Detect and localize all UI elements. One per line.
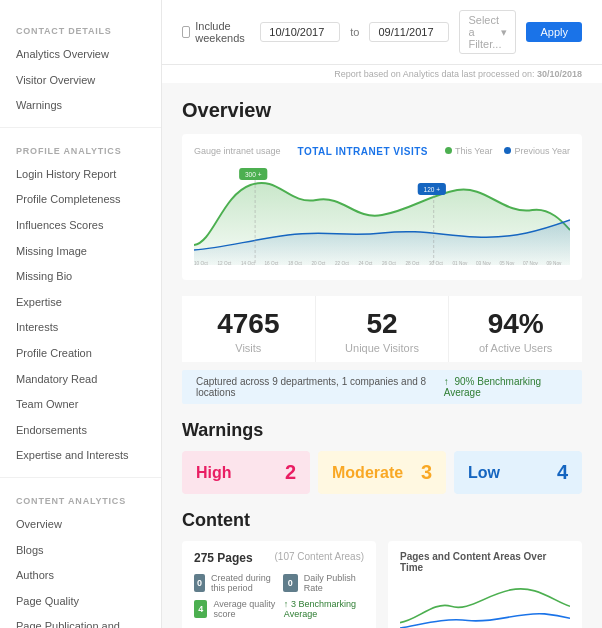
svg-text:10 Oct: 10 Oct <box>194 261 208 265</box>
sidebar-item-profile-completeness[interactable]: Profile Completeness <box>0 187 161 213</box>
sidebar-item-analytics-overview[interactable]: Analytics Overview <box>0 42 161 68</box>
to-label: to <box>350 26 359 38</box>
svg-text:26 Oct: 26 Oct <box>382 261 396 265</box>
stat-active-label: of Active Users <box>457 342 574 354</box>
intranet-visits-chart: Gauge intranet usage TOTAL INTRANET VISI… <box>182 134 582 280</box>
include-weekends-checkbox[interactable] <box>182 26 190 38</box>
top-bar: Include weekends to Select a Filter... ▾… <box>162 0 602 65</box>
sidebar-section-content: CONTENT ANALYTICS Overview Blogs Authors… <box>0 486 161 628</box>
date-from-input[interactable] <box>260 22 340 42</box>
warnings-section: Warnings High 2 Moderate 3 Low 4 <box>182 420 582 494</box>
legend-this-year: This Year <box>455 146 493 156</box>
sidebar-item-expertise-interests[interactable]: Expertise and Interests <box>0 443 161 469</box>
content-section: Content 275 Pages (107 Content Areas) 0 … <box>182 510 582 628</box>
svg-text:14 Oct: 14 Oct <box>241 261 255 265</box>
sidebar-item-influences-scores[interactable]: Influences Scores <box>0 213 161 239</box>
sidebar-section-title-profile: PROFILE ANALYTICS <box>0 136 161 162</box>
pages-created-num: 0 <box>194 574 205 592</box>
sidebar-item-blogs[interactable]: Blogs <box>0 538 161 564</box>
apply-button[interactable]: Apply <box>526 22 582 42</box>
sidebar-item-login-history[interactable]: Login History Report <box>0 162 161 188</box>
pages-benchmark: ↑ 3 Benchmarking Average <box>284 599 364 619</box>
visits-svg-chart: 300 + 120 + 10 Oct 12 Oct 14 Oct 16 Oct … <box>194 165 570 265</box>
info-bar-left: Captured across 9 departments, 1 compani… <box>196 376 444 398</box>
stat-active-users: 94% of Active Users <box>449 296 582 362</box>
sidebar-item-missing-bio[interactable]: Missing Bio <box>0 264 161 290</box>
content-title: Content <box>182 510 582 531</box>
svg-text:12 Oct: 12 Oct <box>218 261 232 265</box>
overview-section: Overview Gauge intranet usage TOTAL INTR… <box>182 99 582 404</box>
svg-text:03 Nov: 03 Nov <box>476 261 491 265</box>
sidebar-item-page-quality[interactable]: Page Quality <box>0 589 161 615</box>
stat-active-value: 94% <box>457 308 574 340</box>
sidebar-item-missing-image[interactable]: Missing Image <box>0 239 161 265</box>
chart-center-label: TOTAL INTRANET VISITS <box>281 146 445 157</box>
warning-low-label: Low <box>468 464 500 482</box>
chart-legend: This Year Previous Year <box>445 146 570 156</box>
date-to-input[interactable] <box>369 22 449 42</box>
pages-created-label: Created during this period <box>211 573 275 593</box>
arrow-up-icon: ↑ <box>444 376 449 387</box>
sidebar-item-team-owner[interactable]: Team Owner <box>0 392 161 418</box>
pages-chart-card: Pages and Content Areas Over Time 10 Oct… <box>388 541 582 628</box>
pages-created-metric: 0 Created during this period <box>194 573 275 593</box>
svg-text:07 Nov: 07 Nov <box>523 261 538 265</box>
stat-unique-value: 52 <box>324 308 441 340</box>
report-note: Report based on Analytics data last proc… <box>162 65 602 83</box>
pages-mini-chart: 10 Oct 23 Oct 05 Nov <box>400 579 570 628</box>
warning-card-high[interactable]: High 2 <box>182 451 310 494</box>
chart-left-label: Gauge intranet usage <box>194 146 281 156</box>
svg-text:18 Oct: 18 Oct <box>288 261 302 265</box>
sidebar-item-authors[interactable]: Authors <box>0 563 161 589</box>
sidebar: CONTACT DETAILS Analytics Overview Visit… <box>0 0 162 628</box>
sidebar-item-interests[interactable]: Interests <box>0 315 161 341</box>
sidebar-item-content-overview[interactable]: Overview <box>0 512 161 538</box>
stat-visits: 4765 Visits <box>182 296 316 362</box>
sidebar-section-title-content: CONTENT ANALYTICS <box>0 486 161 512</box>
content-grid: 275 Pages (107 Content Areas) 0 Created … <box>182 541 582 628</box>
benchmark-indicator: ↑ 90% Benchmarking Average <box>444 376 568 398</box>
warning-card-moderate[interactable]: Moderate 3 <box>318 451 446 494</box>
sidebar-section-title-contact: CONTACT DETAILS <box>0 16 161 42</box>
chevron-down-icon: ▾ <box>501 26 507 39</box>
pages-publish-label: Daily Publish Rate <box>304 573 364 593</box>
svg-text:09 Nov: 09 Nov <box>547 261 562 265</box>
sidebar-item-profile-creation[interactable]: Profile Creation <box>0 341 161 367</box>
include-weekends-text: Include weekends <box>195 20 250 44</box>
svg-text:05 Nov: 05 Nov <box>499 261 514 265</box>
svg-text:300 +: 300 + <box>245 171 262 178</box>
sidebar-section-profile: PROFILE ANALYTICS Login History Report P… <box>0 136 161 469</box>
main-content: Include weekends to Select a Filter... ▾… <box>162 0 602 628</box>
sidebar-item-warnings[interactable]: Warnings <box>0 93 161 119</box>
legend-prev-year: Previous Year <box>514 146 570 156</box>
filter-select[interactable]: Select a Filter... ▾ <box>459 10 516 54</box>
pages-quality-num: 4 <box>194 600 207 618</box>
warning-high-count: 2 <box>285 461 296 484</box>
svg-text:22 Oct: 22 Oct <box>335 261 349 265</box>
sidebar-section-contact: CONTACT DETAILS Analytics Overview Visit… <box>0 16 161 119</box>
warning-high-label: High <box>196 464 232 482</box>
include-weekends-label[interactable]: Include weekends <box>182 20 250 44</box>
warning-moderate-label: Moderate <box>332 464 403 482</box>
stat-unique-label: Unique Visitors <box>324 342 441 354</box>
sidebar-item-endorsements[interactable]: Endorsements <box>0 418 161 444</box>
svg-text:24 Oct: 24 Oct <box>359 261 373 265</box>
info-bar: Captured across 9 departments, 1 compani… <box>182 370 582 404</box>
pages-sub: (107 Content Areas) <box>275 551 365 565</box>
warning-low-count: 4 <box>557 461 568 484</box>
filter-placeholder: Select a Filter... <box>468 14 501 50</box>
warning-card-low[interactable]: Low 4 <box>454 451 582 494</box>
pages-publish-num: 0 <box>283 574 298 592</box>
svg-text:120 +: 120 + <box>424 186 441 193</box>
sidebar-item-expertise[interactable]: Expertise <box>0 290 161 316</box>
sidebar-item-visitor-overview[interactable]: Visitor Overview <box>0 68 161 94</box>
pages-card: 275 Pages (107 Content Areas) 0 Created … <box>182 541 376 628</box>
stat-visits-label: Visits <box>190 342 307 354</box>
stat-unique-visitors: 52 Unique Visitors <box>316 296 450 362</box>
svg-text:16 Oct: 16 Oct <box>265 261 279 265</box>
stats-row: 4765 Visits 52 Unique Visitors 94% of Ac… <box>182 296 582 362</box>
sidebar-item-page-publication[interactable]: Page Publication and Review Dates <box>0 614 161 628</box>
svg-text:01 Nov: 01 Nov <box>453 261 468 265</box>
svg-text:28 Oct: 28 Oct <box>406 261 420 265</box>
sidebar-item-mandatory-read[interactable]: Mandatory Read <box>0 367 161 393</box>
